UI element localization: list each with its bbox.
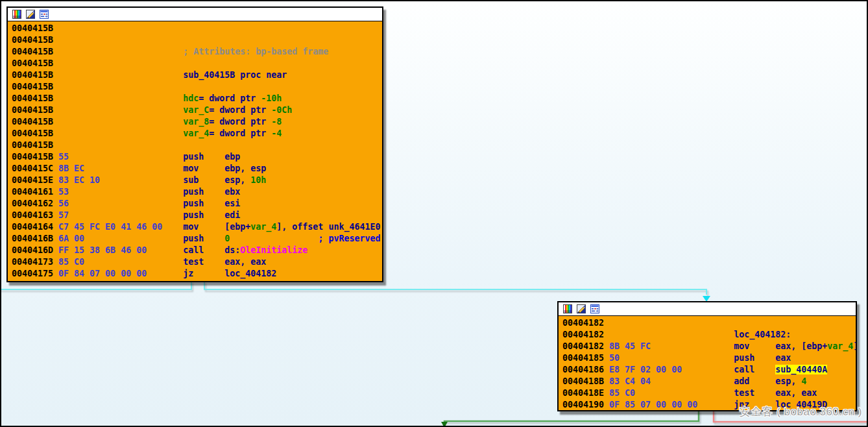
- asm-token[interactable]: var_4: [827, 341, 853, 351]
- asm-token[interactable]: [53, 47, 183, 56]
- asm-token[interactable]: [682, 365, 734, 374]
- asm-token[interactable]: 00404161: [12, 187, 58, 197]
- asm-token[interactable]: 0040415B: [12, 152, 58, 162]
- asm-token[interactable]: [199, 164, 224, 173]
- asm-token[interactable]: [193, 269, 224, 278]
- asm-line[interactable]: 0040415B sub_40415B proc near: [12, 69, 382, 81]
- asm-token[interactable]: push: [183, 210, 204, 220]
- asm-token[interactable]: -0Ch: [271, 105, 292, 115]
- asm-line[interactable]: 00404182 8B 45 FC mov eax, [ebp+var_4]: [562, 341, 856, 352]
- asm-token[interactable]: -8: [271, 117, 282, 127]
- asm-token[interactable]: 8B 45 FC: [609, 341, 651, 351]
- asm-token[interactable]: 00404182: [562, 318, 604, 328]
- asm-token[interactable]: 0040415B: [12, 58, 53, 68]
- asm-line[interactable]: 0040415B var_4= dword ptr -4: [12, 128, 382, 140]
- asm-token[interactable]: 00404185: [562, 353, 609, 363]
- asm-token[interactable]: [635, 388, 734, 398]
- graph-node-sub_40415B[interactable]: 0040415B0040415B0040415B ; Attributes: b…: [6, 6, 383, 282]
- asm-token[interactable]: [53, 128, 183, 138]
- asm-token[interactable]: [162, 222, 183, 232]
- palette-icon[interactable]: [563, 304, 572, 313]
- asm-token[interactable]: [204, 199, 224, 208]
- asm-token[interactable]: 53: [58, 187, 69, 197]
- asm-line[interactable]: 0040415B hdc= dword ptr -10h: [12, 93, 382, 104]
- asm-token[interactable]: [204, 257, 224, 267]
- asm-token[interactable]: esi: [224, 199, 240, 208]
- asm-token[interactable]: = dword ptr: [209, 105, 271, 115]
- asm-line[interactable]: 00404164 C7 45 FC E0 41 46 00 mov [ebp+v…: [12, 221, 382, 233]
- asm-token[interactable]: OleInitialize: [240, 245, 307, 255]
- node-titlebar[interactable]: [8, 8, 382, 21]
- asm-token[interactable]: [84, 234, 183, 243]
- asm-token[interactable]: [204, 245, 224, 255]
- asm-token[interactable]: var_C: [183, 105, 209, 115]
- asm-line[interactable]: 0040415B 55 push ebp: [12, 151, 382, 163]
- asm-token[interactable]: var_4: [250, 222, 276, 232]
- asm-line[interactable]: 00404182: [562, 317, 856, 329]
- asm-token[interactable]: ebp: [224, 152, 240, 162]
- asm-line[interactable]: 0040415B: [12, 23, 382, 34]
- asm-token[interactable]: 0040415B: [12, 82, 53, 92]
- asm-token[interactable]: -4: [271, 128, 282, 138]
- asm-line[interactable]: 0040418B 83 C4 04 add esp, 4: [562, 376, 856, 387]
- palette-icon[interactable]: [12, 10, 21, 19]
- asm-token[interactable]: hdc: [183, 93, 199, 103]
- highlighted-token[interactable]: sub_40440A: [775, 365, 827, 374]
- asm-token[interactable]: ; Attributes: bp-based frame: [183, 47, 328, 56]
- asm-token[interactable]: sub: [183, 175, 199, 185]
- asm-line[interactable]: 0040418E 85 C0 test eax, eax: [562, 387, 856, 399]
- asm-token[interactable]: 55: [58, 152, 69, 162]
- asm-token[interactable]: esp,: [224, 175, 250, 185]
- asm-token[interactable]: [204, 234, 224, 243]
- asm-line[interactable]: 0040415B ; Attributes: bp-based frame: [12, 46, 382, 58]
- asm-token[interactable]: [53, 93, 183, 103]
- asm-token[interactable]: = dword ptr: [209, 128, 271, 138]
- asm-token[interactable]: [754, 388, 775, 398]
- asm-token[interactable]: loc_404182: [224, 269, 276, 278]
- asm-token[interactable]: C7 45 FC E0 41 46 00: [58, 222, 162, 232]
- asm-line[interactable]: 00404186 E8 7F 02 00 00 call sub_40440A: [562, 364, 856, 376]
- asm-line[interactable]: 00404175 0F 84 07 00 00 00 jz loc_404182: [12, 268, 382, 280]
- asm-token[interactable]: E8 7F 02 00 00: [609, 365, 682, 374]
- asm-token[interactable]: 0040418B: [562, 376, 609, 386]
- asm-token[interactable]: 00404190: [562, 400, 609, 409]
- asm-token[interactable]: 85 C0: [609, 388, 635, 398]
- asm-token[interactable]: [230, 234, 318, 243]
- asm-token[interactable]: test: [183, 257, 204, 267]
- asm-token[interactable]: 0040415B: [12, 23, 53, 33]
- asm-token[interactable]: [651, 341, 734, 351]
- asm-token[interactable]: mov: [183, 222, 199, 232]
- asm-token[interactable]: sub_40415B proc near: [183, 70, 287, 80]
- asm-token[interactable]: 8B EC: [58, 164, 84, 173]
- asm-token[interactable]: = dword ptr: [209, 117, 271, 127]
- asm-token[interactable]: eax, eax: [224, 257, 266, 267]
- asm-token[interactable]: call: [183, 245, 204, 255]
- asm-token[interactable]: 0040415B: [12, 117, 53, 127]
- asm-token[interactable]: [84, 164, 183, 173]
- asm-token[interactable]: push: [183, 199, 204, 208]
- asm-line[interactable]: 0040415B: [12, 58, 382, 69]
- asm-token[interactable]: 00404162: [12, 199, 58, 208]
- asm-token[interactable]: 4: [801, 376, 806, 386]
- asm-token[interactable]: [651, 376, 734, 386]
- asm-token[interactable]: [749, 376, 775, 386]
- asm-token[interactable]: jz: [183, 269, 193, 278]
- asm-token[interactable]: [84, 257, 183, 267]
- asm-token[interactable]: [199, 222, 224, 232]
- asm-token[interactable]: 50: [609, 353, 620, 363]
- asm-token[interactable]: [147, 245, 183, 255]
- asm-line[interactable]: 0040415B: [12, 81, 382, 93]
- asm-token[interactable]: 00404164: [12, 222, 58, 232]
- asm-token[interactable]: 83 C4 04: [609, 376, 651, 386]
- asm-line[interactable]: 00404162 56 push esi: [12, 198, 382, 210]
- asm-line[interactable]: 0040416D FF 15 38 6B 46 00 call ds:OleIn…: [12, 245, 382, 256]
- asm-token[interactable]: 00404182: [562, 330, 604, 339]
- asm-token[interactable]: mov: [734, 341, 749, 351]
- asm-line[interactable]: 0040415E 83 EC 10 sub esp, 10h: [12, 175, 382, 186]
- asm-token[interactable]: push: [183, 234, 204, 243]
- graph-node-loc_404182[interactable]: 0040418200404182 loc_404182:00404182 8B …: [557, 301, 857, 411]
- asm-token[interactable]: mov: [183, 164, 199, 173]
- asm-line[interactable]: 0040415C 8B EC mov ebp, esp: [12, 163, 382, 175]
- asm-token[interactable]: ds:: [224, 245, 240, 255]
- asm-token[interactable]: 0040415B: [12, 93, 53, 103]
